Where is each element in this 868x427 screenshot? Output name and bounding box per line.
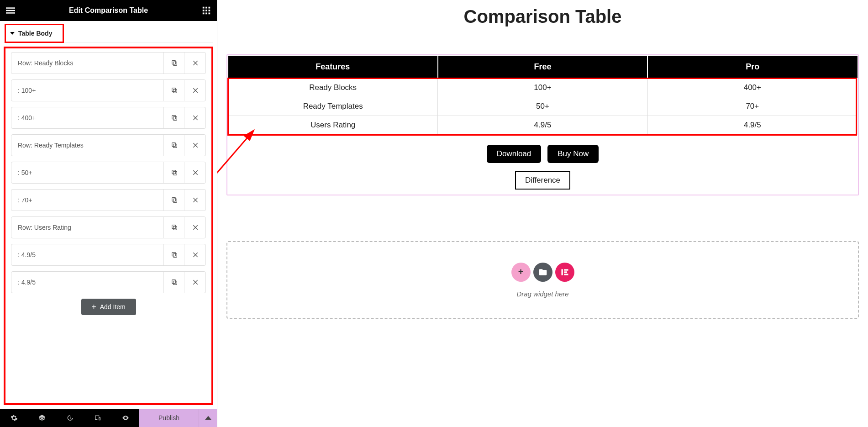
- responsive-button[interactable]: [84, 409, 111, 427]
- table-cell: Users Rating: [228, 116, 438, 135]
- remove-button[interactable]: [184, 135, 205, 156]
- svg-rect-53: [564, 271, 567, 273]
- duplicate-button[interactable]: [163, 135, 184, 156]
- remove-button[interactable]: [184, 80, 205, 101]
- repeater-item-label: Row: Users Rating: [11, 217, 163, 238]
- drop-hint: Drag widget here: [516, 290, 568, 298]
- publish-button[interactable]: Publish: [139, 409, 199, 427]
- copy-icon: [171, 169, 178, 176]
- svg-rect-9: [203, 13, 205, 15]
- repeater-item-label: : 100+: [11, 80, 163, 101]
- settings-button[interactable]: [0, 409, 28, 427]
- remove-button[interactable]: [184, 272, 205, 293]
- elementskit-icon: [560, 268, 569, 277]
- svg-rect-41: [173, 253, 177, 257]
- difference-button[interactable]: Difference: [515, 171, 570, 190]
- add-template-button[interactable]: [533, 263, 552, 282]
- copy-icon: [171, 251, 178, 258]
- remove-button[interactable]: [184, 107, 205, 128]
- svg-rect-42: [172, 253, 175, 256]
- duplicate-button[interactable]: [163, 244, 184, 265]
- folder-icon: [538, 268, 547, 277]
- buy-now-button[interactable]: Buy Now: [547, 145, 599, 163]
- remove-button[interactable]: [184, 217, 205, 238]
- copy-icon: [171, 114, 178, 121]
- comparison-table: Features Free Pro Ready Blocks100+400+Re…: [228, 56, 857, 135]
- svg-rect-14: [172, 61, 175, 64]
- repeater-item[interactable]: Row: Ready Blocks: [11, 52, 206, 74]
- editor-panel: Edit Comparison Table Table Body Row: Re…: [0, 0, 217, 427]
- svg-rect-37: [173, 226, 177, 230]
- close-icon: [192, 224, 199, 231]
- menu-icon[interactable]: [5, 5, 16, 16]
- publish-options-button[interactable]: [199, 409, 217, 427]
- repeater-item-label: : 70+: [11, 190, 163, 211]
- repeater-item[interactable]: Row: Ready Templates: [11, 134, 206, 156]
- table-cell: 4.9/5: [438, 116, 647, 135]
- copy-icon: [171, 59, 178, 67]
- plus-icon: +: [518, 267, 524, 277]
- duplicate-button[interactable]: [163, 190, 184, 211]
- repeater-item[interactable]: : 4.9/5: [11, 244, 206, 266]
- panel-header: Edit Comparison Table: [0, 0, 217, 21]
- duplicate-button[interactable]: [163, 107, 184, 128]
- panel-title: Edit Comparison Table: [16, 6, 200, 15]
- close-icon: [192, 169, 199, 176]
- comparison-widget[interactable]: Features Free Pro Ready Blocks100+400+Re…: [226, 54, 859, 195]
- svg-rect-29: [173, 171, 177, 175]
- accordion-table-body[interactable]: Table Body: [4, 24, 213, 43]
- close-icon: [192, 142, 199, 149]
- duplicate-button[interactable]: [163, 272, 184, 293]
- svg-marker-49: [205, 416, 211, 420]
- svg-rect-34: [172, 198, 175, 201]
- svg-rect-54: [564, 274, 568, 275]
- svg-rect-30: [172, 170, 175, 174]
- repeater-item[interactable]: : 400+: [11, 107, 206, 129]
- duplicate-button[interactable]: [163, 217, 184, 238]
- remove-button[interactable]: [184, 53, 205, 74]
- repeater-item-label: : 4.9/5: [11, 272, 163, 293]
- table-cell: 100+: [438, 79, 647, 97]
- table-cell: 400+: [647, 79, 857, 97]
- history-icon: [66, 414, 74, 422]
- close-icon: [192, 196, 199, 204]
- duplicate-button[interactable]: [163, 162, 184, 183]
- close-icon: [192, 251, 199, 258]
- gear-icon: [11, 414, 18, 422]
- table-header-row: Features Free Pro: [228, 56, 857, 79]
- page-title: Comparison Table: [226, 6, 859, 27]
- add-item-button[interactable]: + Add Item: [81, 299, 136, 315]
- duplicate-button[interactable]: [163, 80, 184, 101]
- repeater-item[interactable]: : 70+: [11, 189, 206, 211]
- remove-button[interactable]: [184, 162, 205, 183]
- repeater-item[interactable]: : 50+: [11, 162, 206, 184]
- remove-button[interactable]: [184, 244, 205, 265]
- apps-grid-icon[interactable]: [200, 5, 212, 16]
- elementskit-button[interactable]: [555, 263, 574, 282]
- svg-rect-51: [561, 269, 563, 275]
- preview-button[interactable]: [111, 409, 139, 427]
- navigator-button[interactable]: [28, 409, 56, 427]
- svg-rect-3: [203, 7, 205, 9]
- svg-rect-10: [205, 13, 207, 15]
- repeater-item[interactable]: Row: Users Rating: [11, 216, 206, 238]
- svg-rect-26: [172, 143, 175, 147]
- add-section-button[interactable]: +: [511, 263, 531, 282]
- panel-footer: Publish: [0, 409, 217, 427]
- table-cell: 4.9/5: [647, 116, 857, 135]
- svg-rect-11: [209, 13, 210, 15]
- th-features: Features: [228, 56, 438, 79]
- remove-button[interactable]: [184, 190, 205, 211]
- repeater-item[interactable]: : 4.9/5: [11, 271, 206, 293]
- svg-rect-1: [6, 10, 15, 11]
- duplicate-button[interactable]: [163, 53, 184, 74]
- repeater-item[interactable]: : 100+: [11, 79, 206, 101]
- button-row: Download Buy Now: [228, 145, 857, 163]
- table-cell: Ready Blocks: [228, 79, 438, 97]
- eye-icon: [122, 414, 129, 422]
- drop-section[interactable]: + Drag widget here: [226, 241, 859, 319]
- layers-icon: [38, 414, 46, 422]
- download-button[interactable]: Download: [487, 145, 542, 163]
- table-cell: 70+: [647, 97, 857, 116]
- history-button[interactable]: [56, 409, 84, 427]
